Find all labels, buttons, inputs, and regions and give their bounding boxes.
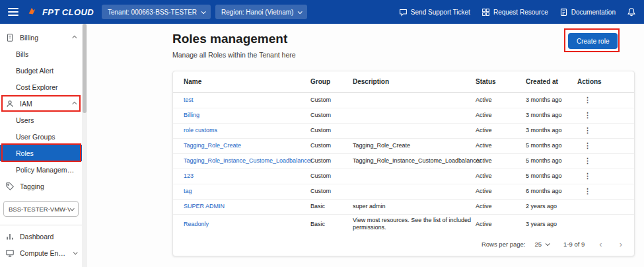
request-resource-icon	[482, 8, 490, 17]
sidebar-item-label: Cost Explorer	[16, 83, 58, 91]
role-name-link[interactable]: test	[184, 95, 310, 106]
sidebar-scrollbar-thumb[interactable]	[83, 24, 87, 113]
project-selector[interactable]: BSS-TESTER-VMW-VPC-BI...	[3, 201, 79, 217]
column-header-group: Group	[310, 78, 353, 85]
role-actions-cell	[577, 205, 625, 209]
role-group: Custom	[310, 140, 353, 151]
notifications-bell-icon[interactable]	[627, 7, 636, 17]
project-selector-label: BSS-TESTER-VMW-VPC-BI...	[9, 206, 70, 213]
table-footer: Rows per page: 25 1-9 of 9 ‹ ›	[173, 234, 634, 256]
sidebar-item-user-groups[interactable]: User Groups	[0, 128, 82, 145]
role-status: Active	[476, 171, 526, 182]
role-group: Custom	[310, 186, 353, 197]
page-header: Roles management Manage all Roles within…	[172, 32, 296, 59]
row-actions-menu-icon[interactable]: ⋮	[581, 96, 594, 104]
sidebar-item-label: Dashboard	[20, 233, 54, 241]
iam-icon	[5, 99, 15, 108]
role-name-link[interactable]: 123	[184, 171, 310, 182]
role-created-at: 5 months ago	[526, 155, 577, 167]
role-actions-cell: ⋮	[577, 185, 625, 198]
table-row: 123CustomActive5 months ago⋮	[173, 169, 634, 184]
sidebar-item-label: Roles	[16, 149, 34, 157]
sidebar-scrollbar[interactable]	[82, 24, 87, 267]
role-name-link[interactable]: Tagging_Role_Instance_Custome_Loadbalanc…	[184, 155, 310, 167]
row-actions-menu-icon[interactable]: ⋮	[581, 157, 594, 165]
send-support-ticket-button[interactable]: Send Support Ticket	[399, 8, 470, 17]
role-name-link[interactable]: Tagging_Role_Create	[184, 140, 310, 151]
role-created-at: 5 months ago	[526, 140, 577, 151]
role-name-link[interactable]: tag	[184, 186, 310, 197]
sidebar-item-cost-explorer[interactable]: Cost Explorer	[0, 79, 82, 95]
app-window: FPT CLOUD Tenant: 000663-BSS-TESTER Regi…	[0, 0, 644, 267]
sidebar-item-iam[interactable]: IAM	[0, 95, 82, 112]
role-description: Tagging_Role_Create	[353, 140, 476, 151]
page-title: Roles management	[172, 32, 296, 46]
role-actions-cell: ⋮	[577, 109, 625, 122]
role-status: Active	[476, 186, 526, 197]
chevron-down-icon	[70, 206, 75, 211]
column-header-status: Status	[476, 78, 526, 85]
sidebar-item-label: Billing	[20, 34, 38, 42]
table-row: ReadonlyBasicView most resources. See th…	[173, 214, 634, 234]
pagination-prev-icon[interactable]: ‹	[599, 240, 602, 248]
role-group: Basic	[310, 201, 353, 212]
page-subtitle: Manage all Roles within the Tenant here	[172, 51, 296, 59]
sidebar-item-policy-management[interactable]: Policy Management	[0, 161, 82, 178]
role-actions-cell: ⋮	[577, 155, 625, 168]
role-status: Active	[476, 125, 526, 136]
tenant-selector[interactable]: Tenant: 000663-BSS-TESTER	[102, 5, 211, 19]
sidebar-item-budget-alert[interactable]: Budget Alert	[0, 62, 82, 79]
row-actions-menu-icon[interactable]: ⋮	[581, 126, 594, 134]
row-actions-menu-icon[interactable]: ⋮	[581, 172, 594, 180]
hamburger-menu-icon[interactable]	[8, 8, 18, 16]
rows-per-page-select[interactable]: 25	[535, 241, 550, 248]
region-selector[interactable]: Region: Hanoi (Vietnam)	[215, 5, 307, 19]
role-created-at: 3 months ago	[526, 125, 577, 136]
sidebar-item-bills[interactable]: Bills	[0, 46, 82, 62]
row-actions-menu-icon[interactable]: ⋮	[581, 141, 594, 149]
column-header-name: Name	[184, 78, 310, 85]
brand-text: FPT CLOUD	[42, 7, 94, 17]
sidebar-item-label: Budget Alert	[16, 67, 54, 75]
role-name-link[interactable]: role customs	[184, 125, 310, 136]
sidebar-item-roles[interactable]: Roles	[0, 145, 82, 161]
table-row: BillingCustomActive3 months ago⋮	[173, 108, 634, 123]
request-resource-button[interactable]: Request Resource	[482, 8, 548, 17]
sidebar-item-dashboard[interactable]: Dashboard	[0, 228, 82, 245]
chevron-up-icon	[72, 102, 77, 106]
sidebar-item-label: Policy Management	[16, 166, 77, 174]
sidebar-item-label: Tagging	[20, 182, 44, 190]
role-description: View most resources. See the list of inc…	[353, 215, 476, 234]
role-status: Active	[476, 95, 526, 106]
sidebar-item-compute-engine[interactable]: Compute Engine	[0, 245, 82, 261]
pagination-next-icon[interactable]: ›	[620, 240, 622, 248]
billing-icon	[5, 33, 15, 42]
role-description	[353, 190, 476, 194]
sidebar-item-label: Bills	[16, 50, 28, 58]
role-group: Custom	[310, 125, 353, 136]
sidebar-divider	[0, 225, 82, 225]
role-name-link[interactable]: Readonly	[184, 219, 310, 230]
rows-per-page-value: 25	[535, 241, 542, 248]
main-content: Roles management Manage all Roles within…	[87, 24, 644, 267]
role-actions-cell: ⋮	[577, 124, 625, 137]
tenant-selector-label: Tenant: 000663-BSS-TESTER	[108, 9, 197, 16]
row-actions-menu-icon[interactable]: ⋮	[581, 111, 594, 119]
row-actions-menu-icon[interactable]: ⋮	[581, 187, 594, 195]
documentation-button[interactable]: Documentation	[559, 8, 616, 17]
role-name-link[interactable]: SUPER ADMIN	[184, 201, 310, 212]
role-group: Basic	[310, 219, 353, 230]
create-role-button[interactable]: Create role	[568, 33, 618, 49]
sidebar-item-tagging[interactable]: Tagging	[0, 178, 82, 194]
sidebar-item-users[interactable]: Users	[0, 112, 82, 128]
fpt-cloud-logo[interactable]: FPT CLOUD	[28, 7, 94, 17]
role-name-link[interactable]: Billing	[184, 110, 310, 121]
sidebar: BillingBillsBudget AlertCost ExplorerIAM…	[0, 24, 82, 267]
role-created-at: 2 years ago	[526, 201, 577, 212]
sidebar-item-billing[interactable]: Billing	[0, 29, 82, 46]
sidebar-item-label: IAM	[20, 100, 32, 108]
role-actions-cell: ⋮	[577, 94, 625, 107]
role-description: super admin	[353, 201, 476, 212]
region-selector-label: Region: Hanoi (Vietnam)	[221, 9, 293, 16]
chevron-up-icon	[72, 36, 77, 40]
